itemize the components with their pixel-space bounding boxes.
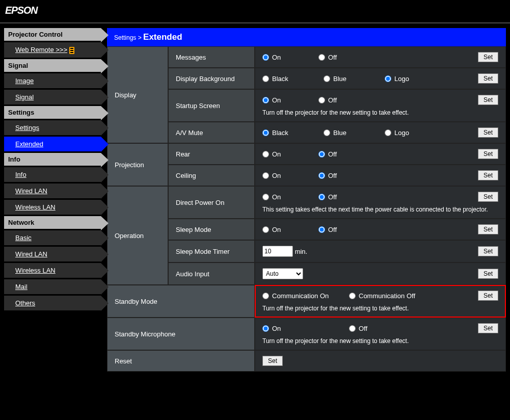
control-cell: OnOffSet xyxy=(255,46,506,68)
radio-label: On xyxy=(272,54,281,61)
sidebar-item-signal[interactable]: Signal xyxy=(4,90,101,104)
set-button[interactable]: Set xyxy=(478,95,498,105)
radio-input[interactable] xyxy=(318,172,325,179)
sidebar-item-info[interactable]: Info xyxy=(4,167,101,182)
set-button[interactable]: Set xyxy=(478,127,498,138)
set-button[interactable]: Set xyxy=(478,291,498,301)
radio-label: Black xyxy=(272,129,288,137)
radio-input[interactable] xyxy=(324,75,330,82)
radio-comm-on[interactable]: Communication On xyxy=(262,292,349,300)
radio-input[interactable] xyxy=(318,97,325,103)
radio-input[interactable] xyxy=(318,54,325,61)
radio-comm-off[interactable]: Communication Off xyxy=(349,292,436,300)
radio-input[interactable] xyxy=(318,226,325,233)
radio-su-on[interactable]: On xyxy=(262,96,318,104)
sidebar-group-projector-control: Projector Control xyxy=(4,28,101,41)
category-cell: Display xyxy=(107,46,168,143)
control-cell: BlackBlueLogoSet xyxy=(255,68,506,89)
sidebar-item-image[interactable]: Image xyxy=(4,73,101,88)
radio-mic-off[interactable]: Off xyxy=(349,325,436,332)
sleep-timer-input[interactable] xyxy=(262,246,293,257)
set-button[interactable]: Set xyxy=(478,73,498,84)
radio-rear-off[interactable]: Off xyxy=(318,150,374,158)
sidebar-item-others[interactable]: Others xyxy=(4,296,101,310)
radio-label: Off xyxy=(328,226,337,233)
set-button[interactable]: Set xyxy=(478,192,498,202)
radio-label: On xyxy=(272,172,281,179)
set-button[interactable]: Set xyxy=(478,149,498,159)
breadcrumb-sep: > xyxy=(138,34,142,41)
radio-av-logo[interactable]: Logo xyxy=(385,129,446,137)
radio-input[interactable] xyxy=(262,54,269,61)
radio-msg-off[interactable]: Off xyxy=(318,54,374,61)
sidebar-item-web-remote[interactable]: Web Remote >>> xyxy=(4,42,101,58)
sidebar-item-wlan2[interactable]: Wireless LAN xyxy=(4,263,101,278)
radio-input[interactable] xyxy=(262,75,269,82)
radio-bg-logo[interactable]: Logo xyxy=(385,75,446,83)
radio-slp-off[interactable]: Off xyxy=(318,226,374,233)
sidebar: Projector ControlWeb Remote >>>SignalIma… xyxy=(4,28,101,372)
radio-rear-on[interactable]: On xyxy=(262,150,318,158)
sidebar-group-signal: Signal xyxy=(4,59,101,72)
sidebar-item-wlan1[interactable]: Wireless LAN xyxy=(4,200,101,215)
radio-msg-on[interactable]: On xyxy=(262,54,318,61)
radio-input[interactable] xyxy=(385,129,391,136)
radio-input[interactable] xyxy=(318,151,325,158)
settings-table: DisplayMessagesOnOffSetDisplay Backgroun… xyxy=(107,46,506,372)
radio-input[interactable] xyxy=(262,172,269,179)
radio-av-black[interactable]: Black xyxy=(262,129,324,137)
set-button[interactable]: Set xyxy=(478,269,498,279)
param-cell: Messages xyxy=(168,46,255,68)
control-cell: OnOffSetTurn off the projector for the n… xyxy=(255,89,506,122)
helper-text: Turn off the projector for the new setti… xyxy=(262,305,498,312)
radio-input[interactable] xyxy=(385,75,391,82)
set-button[interactable]: Set xyxy=(262,356,283,366)
sidebar-group-settings: Settings xyxy=(4,106,101,119)
sidebar-item-basic[interactable]: Basic xyxy=(4,230,101,245)
param-cell: Sleep Mode xyxy=(168,219,255,240)
helper-text: Turn off the projector for the new setti… xyxy=(262,337,498,345)
radio-mic-on[interactable]: On xyxy=(262,325,349,332)
sidebar-item-wiredlan1[interactable]: Wired LAN xyxy=(4,183,101,198)
control-cell: Set xyxy=(255,350,506,372)
radio-input[interactable] xyxy=(262,194,269,200)
radio-bg-black[interactable]: Black xyxy=(262,75,324,83)
radio-input[interactable] xyxy=(262,97,269,103)
set-button[interactable]: Set xyxy=(478,224,498,234)
set-button[interactable]: Set xyxy=(478,52,498,62)
radio-label: On xyxy=(272,96,281,104)
radio-label: Black xyxy=(272,75,288,83)
helper-text: This setting takes effect the next time … xyxy=(262,206,498,213)
audio-input-select[interactable]: Auto xyxy=(262,268,303,279)
sidebar-item-extended[interactable]: Extended xyxy=(4,137,101,151)
sidebar-group-network: Network xyxy=(4,216,101,229)
radio-label: Off xyxy=(328,193,337,201)
radio-label: Off xyxy=(328,172,337,179)
radio-input[interactable] xyxy=(262,226,269,233)
radio-input[interactable] xyxy=(262,129,269,136)
radio-dpo-on[interactable]: On xyxy=(262,193,318,201)
helper-text: Turn off the projector for the new setti… xyxy=(262,109,498,116)
radio-ceil-off[interactable]: Off xyxy=(318,172,374,179)
radio-su-off[interactable]: Off xyxy=(318,96,374,104)
param-cell: Sleep Mode Timer xyxy=(168,240,255,262)
param-cell: A/V Mute xyxy=(168,122,255,143)
set-button[interactable]: Set xyxy=(478,246,498,256)
set-button[interactable]: Set xyxy=(478,170,498,180)
radio-input[interactable] xyxy=(318,194,325,200)
sidebar-item-settings[interactable]: Settings xyxy=(4,120,101,135)
breadcrumb-parent: Settings xyxy=(114,34,136,41)
radio-dpo-off[interactable]: Off xyxy=(318,193,374,201)
control-cell: min.Set xyxy=(255,240,506,262)
radio-input[interactable] xyxy=(262,151,269,158)
radio-slp-on[interactable]: On xyxy=(262,226,318,233)
sidebar-item-wiredlan2[interactable]: Wired LAN xyxy=(4,247,101,261)
control-cell: BlackBlueLogoSet xyxy=(255,122,506,143)
category-cell: Projection xyxy=(107,143,168,186)
radio-input[interactable] xyxy=(324,129,330,136)
sidebar-item-mail[interactable]: Mail xyxy=(4,279,101,294)
radio-bg-blue[interactable]: Blue xyxy=(324,75,385,83)
set-button[interactable]: Set xyxy=(478,323,498,333)
radio-ceil-on[interactable]: On xyxy=(262,172,318,179)
radio-av-blue[interactable]: Blue xyxy=(324,129,385,137)
